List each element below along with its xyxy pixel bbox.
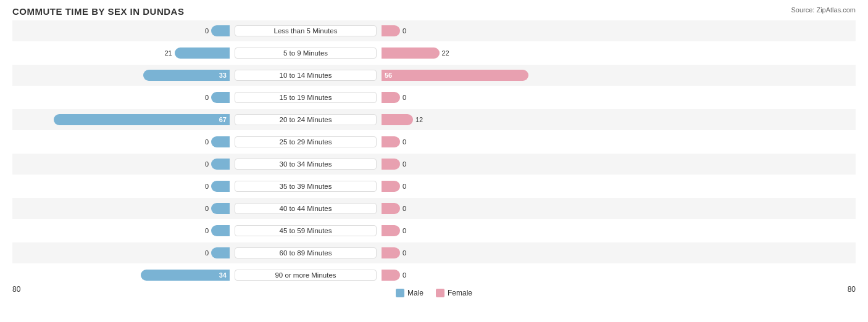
row-right-section: 56 bbox=[377, 70, 599, 81]
row-label: 60 to 89 Minutes bbox=[235, 247, 377, 258]
male-bar: 34 bbox=[141, 270, 230, 281]
female-bar bbox=[382, 136, 400, 147]
male-bar bbox=[211, 159, 230, 170]
row-label: 90 or more Minutes bbox=[235, 270, 377, 281]
row-left-section: 21 bbox=[12, 47, 235, 59]
row-right-section: 0 bbox=[377, 225, 599, 236]
female-bar bbox=[382, 181, 400, 192]
female-bar bbox=[382, 159, 400, 170]
row-label: Less than 5 Minutes bbox=[235, 25, 377, 36]
row-label: 30 to 34 Minutes bbox=[235, 159, 377, 170]
male-bar bbox=[211, 203, 230, 214]
chart-row: 045 to 59 Minutes0 bbox=[12, 220, 856, 241]
female-bar bbox=[382, 47, 440, 59]
female-value-inside: 56 bbox=[382, 72, 392, 79]
row-right-section: 12 bbox=[377, 114, 599, 125]
chart-title: COMMUTE TIME BY SEX IN DUNDAS bbox=[12, 6, 856, 17]
legend-female: Female bbox=[436, 289, 472, 297]
female-value: 0 bbox=[403, 27, 406, 35]
row-label: 15 to 19 Minutes bbox=[235, 92, 377, 103]
row-left-section: 0 bbox=[12, 92, 235, 103]
chart-row: 3490 or more Minutes0 bbox=[12, 265, 856, 286]
male-bar: 67 bbox=[54, 114, 230, 125]
male-bar bbox=[211, 225, 230, 236]
row-left-section: 0 bbox=[12, 247, 235, 258]
male-value-inside: 33 bbox=[219, 72, 230, 79]
legend-female-label: Female bbox=[448, 289, 472, 297]
female-bar bbox=[382, 225, 400, 236]
row-right-section: 0 bbox=[377, 181, 599, 192]
female-value: 0 bbox=[403, 183, 406, 190]
male-value: 0 bbox=[205, 94, 209, 101]
male-value: 0 bbox=[205, 183, 209, 190]
female-value: 0 bbox=[403, 249, 406, 257]
chart-row: 015 to 19 Minutes0 bbox=[12, 87, 856, 108]
row-label: 20 to 24 Minutes bbox=[235, 114, 377, 125]
female-value: 0 bbox=[403, 160, 406, 168]
row-right-section: 0 bbox=[377, 270, 599, 281]
female-bar bbox=[382, 203, 400, 214]
row-left-section: 33 bbox=[12, 70, 235, 81]
male-bar: 33 bbox=[143, 70, 230, 81]
chart-row: 3310 to 14 Minutes56 bbox=[12, 65, 856, 86]
legend-male-box bbox=[396, 289, 404, 297]
chart-row: 025 to 29 Minutes0 bbox=[12, 131, 856, 152]
male-bar bbox=[211, 92, 230, 103]
axis-right: 80 bbox=[848, 285, 856, 297]
row-right-section: 22 bbox=[377, 47, 599, 59]
male-bar bbox=[211, 136, 230, 147]
male-value-inside: 34 bbox=[219, 271, 230, 279]
row-label: 45 to 59 Minutes bbox=[235, 225, 377, 236]
chart-row: 040 to 44 Minutes0 bbox=[12, 198, 856, 219]
row-left-section: 0 bbox=[12, 159, 235, 170]
female-bar bbox=[382, 92, 400, 103]
male-value: 0 bbox=[205, 227, 209, 234]
legend-female-box bbox=[436, 289, 444, 297]
female-value: 22 bbox=[442, 49, 449, 57]
legend: Male Female bbox=[396, 289, 472, 297]
female-bar bbox=[382, 247, 400, 258]
row-label: 10 to 14 Minutes bbox=[235, 70, 377, 81]
source-label: Source: ZipAtlas.com bbox=[791, 6, 856, 14]
chart-row: 6720 to 24 Minutes12 bbox=[12, 109, 856, 130]
row-label: 5 to 9 Minutes bbox=[235, 47, 377, 59]
chart-row: 030 to 34 Minutes0 bbox=[12, 154, 856, 175]
male-bar bbox=[211, 181, 230, 192]
male-value: 0 bbox=[205, 249, 209, 257]
female-value: 0 bbox=[403, 205, 406, 212]
row-left-section: 34 bbox=[12, 270, 235, 281]
chart-row: 0Less than 5 Minutes0 bbox=[12, 20, 856, 41]
row-left-section: 67 bbox=[12, 114, 235, 125]
row-right-section: 0 bbox=[377, 25, 599, 36]
axis-left: 80 bbox=[12, 285, 20, 297]
male-value: 0 bbox=[205, 160, 209, 168]
row-right-section: 0 bbox=[377, 203, 599, 214]
female-bar bbox=[382, 25, 400, 36]
female-bar bbox=[382, 114, 413, 125]
row-right-section: 0 bbox=[377, 92, 599, 103]
legend-male: Male bbox=[396, 289, 424, 297]
female-value: 12 bbox=[415, 116, 423, 123]
female-value: 0 bbox=[403, 227, 406, 234]
legend-male-label: Male bbox=[407, 289, 424, 297]
male-bar bbox=[211, 25, 230, 36]
row-left-section: 0 bbox=[12, 25, 235, 36]
female-value: 0 bbox=[403, 271, 406, 279]
row-left-section: 0 bbox=[12, 136, 235, 147]
row-left-section: 0 bbox=[12, 225, 235, 236]
chart-container: COMMUTE TIME BY SEX IN DUNDAS Source: Zi… bbox=[0, 0, 868, 322]
male-value: 0 bbox=[205, 205, 209, 212]
row-label: 40 to 44 Minutes bbox=[235, 203, 377, 214]
female-value: 0 bbox=[403, 94, 406, 101]
chart-row: 060 to 89 Minutes0 bbox=[12, 242, 856, 263]
row-right-section: 0 bbox=[377, 136, 599, 147]
row-left-section: 0 bbox=[12, 181, 235, 192]
row-left-section: 0 bbox=[12, 203, 235, 214]
male-value-inside: 67 bbox=[219, 116, 230, 123]
chart-row: 215 to 9 Minutes22 bbox=[12, 43, 856, 64]
male-bar bbox=[211, 247, 230, 258]
female-value: 0 bbox=[403, 138, 406, 146]
row-right-section: 0 bbox=[377, 159, 599, 170]
chart-row: 035 to 39 Minutes0 bbox=[12, 176, 856, 197]
row-right-section: 0 bbox=[377, 247, 599, 258]
